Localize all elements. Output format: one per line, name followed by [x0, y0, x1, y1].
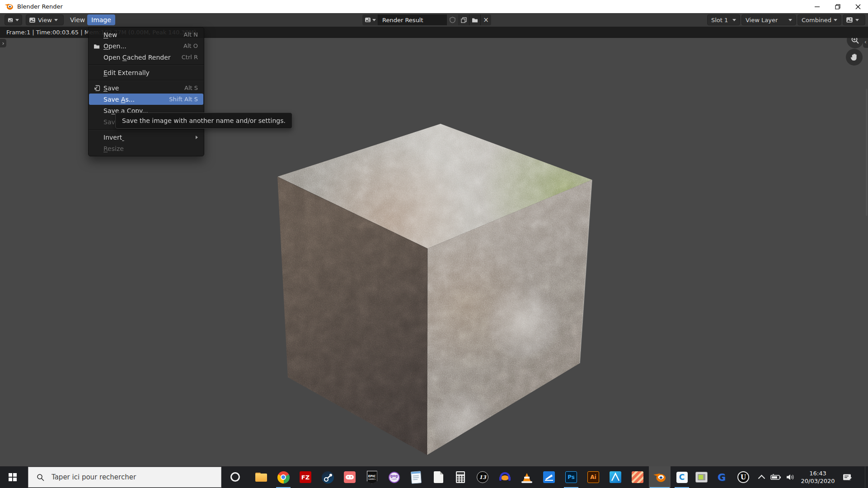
menu-item-resize[interactable]: Resize: [89, 143, 203, 154]
taskbar-filezilla[interactable]: FZ: [295, 466, 316, 488]
mode-dropdown-value: View: [38, 17, 52, 23]
image-icon: [365, 17, 371, 23]
blender-window: { "titlebar": { "title": "Blender Render…: [0, 0, 868, 488]
datablock-browse-button[interactable]: [362, 14, 378, 25]
search-input[interactable]: [51, 473, 202, 482]
blue-c-icon: C: [676, 472, 688, 483]
pan-tool-button[interactable]: [846, 49, 863, 66]
menu-item-invert[interactable]: Invert: [89, 131, 203, 143]
render-pass-dropdown[interactable]: Combined: [798, 14, 841, 25]
new-image-button[interactable]: [459, 14, 469, 25]
rendered-cube-image: [253, 110, 610, 469]
display-channels-button[interactable]: [843, 14, 865, 25]
image-editor-header: View View Image Render Result ×: [0, 13, 868, 27]
gray-window-icon: [695, 472, 708, 483]
filezilla-icon: FZ: [300, 471, 311, 483]
window-title: Blender Render: [17, 3, 63, 10]
taskbar-clock[interactable]: 16:43 20/03/2020: [797, 466, 839, 488]
taskbar-photoshop[interactable]: Ps: [560, 466, 582, 488]
affinity-publisher-icon: [632, 471, 643, 483]
menu-icon-slot: [93, 69, 101, 76]
speaker-icon: [786, 474, 795, 481]
taskbar-app-13[interactable]: 13: [472, 466, 493, 488]
image-menu-popup: New Alt N Open... Alt O Open Cached Rend…: [88, 27, 204, 156]
taskbar-gog[interactable]: gog com: [383, 466, 405, 488]
menu-item-save[interactable]: Save Alt S: [89, 82, 203, 94]
fake-user-button[interactable]: [447, 14, 459, 25]
chevron-up-icon: [758, 474, 765, 482]
open-image-button[interactable]: [469, 14, 481, 25]
vertical-scrollbar[interactable]: [866, 89, 868, 216]
menu-item-open-cached-render[interactable]: Open Cached Render Ctrl R: [89, 52, 203, 63]
tray-volume[interactable]: [784, 466, 797, 488]
action-center-button[interactable]: [839, 466, 856, 488]
datablock-name-field[interactable]: Render Result: [378, 14, 447, 25]
battery-icon: [770, 474, 781, 480]
taskbar-steam[interactable]: [317, 466, 338, 488]
show-desktop-button[interactable]: [865, 466, 868, 488]
windows-logo-icon: [9, 473, 17, 481]
cortana-icon[interactable]: [230, 472, 240, 482]
tray-battery[interactable]: [769, 466, 783, 488]
image-icon: [846, 16, 853, 23]
blender-logo-icon: [653, 472, 666, 483]
close-icon: ×: [483, 16, 489, 24]
taskbar-clip-app[interactable]: C: [671, 466, 693, 488]
taskbar-notepad[interactable]: [405, 466, 427, 488]
save-as-tooltip: Save the image with another name and/or …: [115, 113, 292, 129]
taskbar-scanner[interactable]: [538, 466, 560, 488]
chevron-down-icon: [788, 19, 792, 21]
taskbar-affinity-publisher[interactable]: [627, 466, 648, 488]
menu-icon-slot: [93, 31, 101, 38]
taskbar-chrome[interactable]: [272, 466, 294, 488]
taskbar-unreal[interactable]: U: [732, 466, 754, 488]
image-editor-icon: [8, 17, 13, 23]
menu-separator: [89, 80, 204, 80]
tray-expand-button[interactable]: [755, 466, 767, 488]
menu-view[interactable]: View: [66, 14, 89, 25]
taskbar-search[interactable]: [28, 467, 221, 488]
view-layer-dropdown[interactable]: View Layer: [741, 14, 796, 25]
taskbar-blender-active[interactable]: [649, 466, 671, 488]
menu-item-save-as[interactable]: Save As... Shift Alt S: [89, 94, 203, 105]
close-button[interactable]: [848, 0, 868, 13]
folder-icon: [255, 473, 267, 482]
sidebar-toggle-left[interactable]: ›: [0, 39, 6, 47]
menu-separator: [89, 65, 204, 65]
menu-item-new[interactable]: New Alt N: [89, 29, 203, 40]
steam-icon: [322, 471, 334, 483]
taskbar-emulator[interactable]: [690, 466, 712, 488]
editor-type-selector[interactable]: [5, 14, 22, 25]
taskbar-illustrator[interactable]: Ai: [582, 466, 604, 488]
unlink-button[interactable]: ×: [481, 14, 491, 25]
restore-button[interactable]: [827, 0, 848, 13]
menu-item-edit-externally[interactable]: Edit Externally: [89, 67, 203, 78]
start-button[interactable]: [0, 466, 25, 488]
taskbar-epic-games[interactable]: EPIC GAMES: [361, 466, 383, 488]
minimize-button[interactable]: [807, 0, 827, 13]
taskbar-document-app[interactable]: [427, 466, 449, 488]
taskbar-g-app[interactable]: G: [711, 466, 732, 488]
taskbar-vlc[interactable]: [516, 466, 538, 488]
hand-icon: [850, 53, 859, 61]
taskbar-file-explorer[interactable]: [250, 466, 272, 488]
taskbar-audacity[interactable]: [494, 466, 516, 488]
taskbar-affinity-designer[interactable]: [605, 466, 626, 488]
chevron-down-icon: [834, 19, 837, 21]
taskbar-calculator[interactable]: [450, 466, 471, 488]
menu-image[interactable]: Image: [87, 14, 115, 25]
mode-dropdown[interactable]: View: [26, 14, 64, 25]
dark-circle-13-icon: 13: [477, 471, 488, 483]
menu-item-open[interactable]: Open... Alt O: [89, 40, 203, 52]
folder-icon: [93, 42, 101, 50]
epic-games-icon: EPIC GAMES: [367, 471, 377, 484]
notification-icon: [843, 474, 852, 481]
slot-dropdown[interactable]: Slot 1: [707, 14, 740, 25]
folder-icon: [472, 17, 478, 23]
minimize-icon: [815, 4, 820, 9]
menu-icon-slot: [93, 96, 101, 103]
game-controller-icon: [344, 471, 356, 483]
chevron-down-icon: [54, 19, 58, 21]
photoshop-icon: Ps: [565, 471, 577, 483]
taskbar-game-launcher[interactable]: [339, 466, 361, 488]
